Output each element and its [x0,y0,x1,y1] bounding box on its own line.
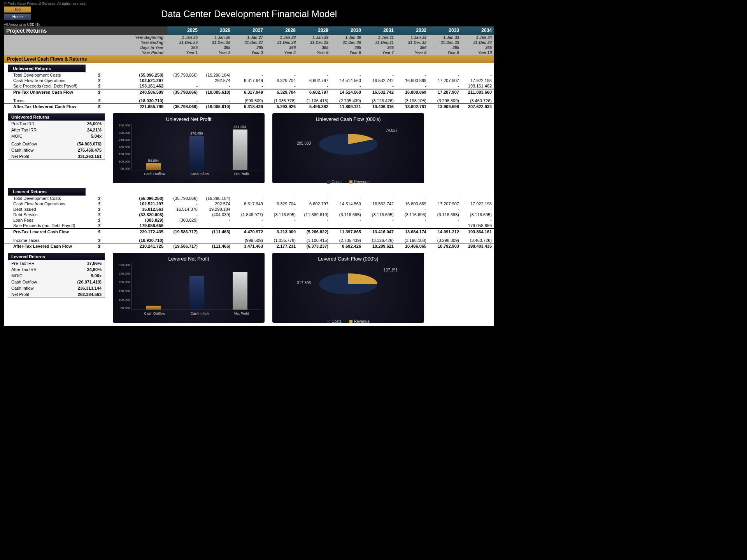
home-button[interactable]: Home [4,14,31,20]
sub-header-cell: 366 [265,45,298,50]
sub-header-cell: 1-Jan-26 [200,35,233,40]
data-cell: (35.798.066) [167,73,200,77]
metric-value: 34,90% [87,267,102,272]
row-label: Sale Proceeds (inc. Debt Payoff) [4,223,93,228]
metric-label: Net Profit [11,292,29,297]
data-cell: 14.091.212 [429,229,461,234]
data-cell: (3.116.695) [461,212,494,217]
top-button[interactable]: Top [4,6,31,13]
row-total: (55.096.250) [105,73,167,77]
chart-title: Levered Cash Flow (000's) [275,256,421,262]
sub-header-cell: 31-Dec-30 [331,40,363,45]
data-cell: - [429,218,461,222]
row-total: 102.521.297 [105,201,167,206]
data-cell: - [396,218,429,222]
table-row: Total Development Costs$(55.096.250)(35.… [4,196,494,201]
sub-header-cell: Year 7 [363,50,396,55]
sub-header-cell: 1-Jan-34 [461,35,494,40]
data-cell: (1.106.415) [298,238,331,243]
data-cell: - [167,238,200,243]
data-cell: 10.792.903 [429,244,461,248]
data-cell: - [298,223,331,228]
data-cell: 6.329.704 [265,90,298,94]
row-total: (32.820.805) [105,212,167,217]
data-cell: (3.116.695) [396,212,429,217]
data-cell: - [461,196,494,201]
levered-header: Levered Returns [8,188,86,196]
metric-value: 262.384.563 [78,292,102,297]
data-cell: 14.514.560 [331,90,363,94]
sub-header-cell: 365 [429,45,461,50]
data-cell: (3.460.726) [461,238,494,243]
data-cell: 17.207.907 [429,90,461,94]
data-cell: (999.509) [233,238,265,243]
data-cell: 16.532.742 [363,90,396,94]
data-cell: (19.586.717) [167,244,200,248]
row-label: Total Development Costs [4,196,93,201]
row-label: After-Tax Unlevered Cash Flow [4,104,93,109]
sub-header-cell: 1-Jan-28 [265,35,298,40]
currency-symbol: $ [93,201,105,206]
unlevered-cash-flow-pie: Unlevered Cash Flow (000's)74.027295.683… [272,113,424,183]
sub-header-cell: Year 8 [396,50,429,55]
currency-symbol: $ [93,223,105,228]
data-cell: 17.922.198 [461,78,494,83]
data-cell: - [331,218,363,222]
data-cell: 179.058.659 [461,223,494,228]
sub-header-cell: 365 [331,45,363,50]
data-cell: - [167,223,200,228]
sub-header-cell: 366 [396,45,429,50]
metric-label: Pre-Tax IRR [11,121,35,126]
year-header: 2028 [265,26,298,35]
data-cell: - [200,218,233,222]
row-label: Total Development Costs [4,73,93,77]
data-cell: 6.317.949 [233,78,265,83]
data-cell: - [200,223,233,228]
data-cell: - [396,196,429,201]
data-cell: (1.846.977) [233,212,265,217]
data-cell: - [298,207,331,212]
data-cell: 3.471.463 [233,244,265,248]
levered-net-profit-chart: Levered Net Profit50.000100.000150.00020… [113,253,265,323]
data-cell: - [396,207,429,212]
sub-header-cell: 31-Dec-31 [363,40,396,45]
data-cell: 2.177.231 [265,244,298,248]
table-row: Sale Proceeds (inc. Debt Payoff)$179.058… [4,223,494,229]
data-cell: 16.532.742 [363,201,396,206]
metric-label: Cash Inflow [11,286,33,290]
sub-header-cell: 1-Jan-31 [363,35,396,40]
data-cell: (1.106.415) [298,98,331,103]
data-cell: - [363,218,396,222]
currency-symbol: $ [93,212,105,217]
table-row: Cash Flow from Operations$102.521.297-29… [4,201,494,206]
row-total: 193.161.462 [105,84,167,88]
data-cell: - [363,73,396,77]
data-cell: - [429,223,461,228]
data-cell: 10.289.621 [363,244,396,248]
data-cell: (5.266.822) [298,229,331,234]
sub-header-cell: 31-Dec-25 [167,40,200,45]
data-cell: 5.293.926 [265,104,298,109]
year-header: 2032 [396,26,429,35]
metric-value: 276.459.475 [78,148,102,152]
table-row: Sale Proceeds (excl. Debt Payoff)$193.16… [4,83,494,89]
data-cell: - [331,196,363,201]
metric-label: MOIC [11,134,23,138]
row-total: 35.812.563 [105,207,167,212]
data-cell: 190.403.435 [461,244,494,248]
data-cell: 10.486.065 [396,244,429,248]
data-cell: 211.083.660 [461,90,494,94]
sub-header-cell: 31-Dec-33 [429,40,461,45]
data-cell: 11.809.121 [331,104,363,109]
unlevered-returns-box-header: Unlevered Returns [8,114,105,121]
data-cell: 193.161.462 [461,84,494,88]
data-cell: (19.005.610) [200,90,233,94]
currency-symbol: $ [93,244,105,248]
row-total: (18.930.710) [105,98,167,103]
data-cell: - [396,73,429,77]
sub-header-cell: 365 [200,45,233,50]
data-cell: 6.317.949 [233,201,265,206]
data-cell: (3.298.309) [429,238,461,243]
row-total: (303.029) [105,218,167,222]
metric-label: Net Profit [11,154,29,159]
